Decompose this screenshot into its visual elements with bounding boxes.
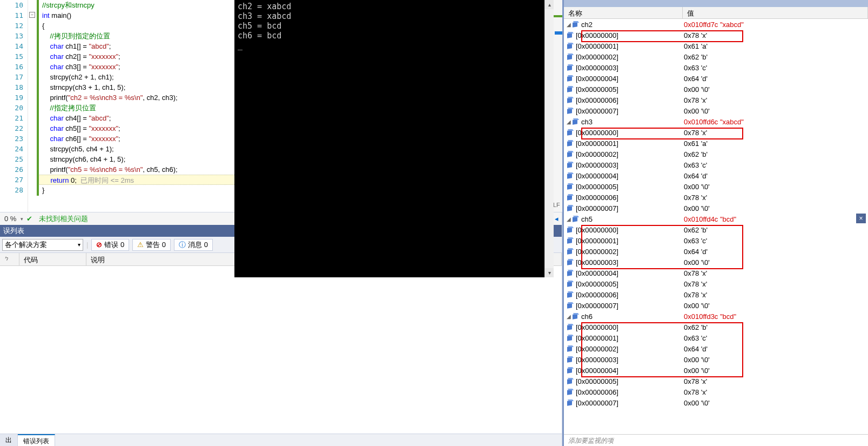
watch-value: 0x63 'c' (683, 334, 868, 342)
line-number: 23 (0, 134, 28, 144)
watch-name: [0x00000003] (576, 161, 618, 169)
watch-element-row[interactable]: [0x00000003]0x00 '\0' (564, 354, 868, 365)
line-number: 19 (0, 92, 28, 103)
fold-toggle-icon[interactable]: − (29, 12, 35, 18)
watch-header: 名称 值 (564, 7, 868, 19)
console-scrollbar[interactable]: ▴ ▾ (544, 0, 554, 277)
watch-name: [0x00000007] (576, 302, 618, 310)
watch-element-row[interactable]: [0x00000003]0x63 'c' (564, 62, 868, 73)
variable-icon (566, 97, 574, 103)
watch-element-row[interactable]: [0x00000007]0x00 '\0' (564, 300, 868, 311)
expand-icon[interactable]: ◢ (566, 119, 571, 125)
watch-element-row[interactable]: [0x00000002]0x64 'd' (564, 343, 868, 354)
error-list-body[interactable] (0, 266, 562, 434)
tab-error-list[interactable]: 错误列表 (18, 434, 55, 446)
watch-value: 0x64 'd' (683, 248, 868, 256)
expand-icon[interactable]: ◢ (566, 22, 571, 28)
watch-name: [0x00000007] (576, 107, 618, 115)
editor-scrollbar[interactable] (553, 0, 562, 212)
watch-element-row[interactable]: [0x00000004]0x78 'x' (564, 268, 868, 278)
fold-column[interactable]: − (28, 0, 37, 212)
watch-element-row[interactable]: [0x00000006]0x78 'x' (564, 289, 868, 300)
variable-icon (571, 313, 579, 319)
watch-value: 0x78 'x' (683, 377, 868, 385)
line-number: 15 (0, 51, 28, 62)
watch-element-row[interactable]: [0x00000001]0x61 'a' (564, 138, 868, 149)
watch-element-row[interactable]: [0x00000006]0x78 'x' (564, 387, 868, 397)
watch-element-row[interactable]: [0x00000006]0x78 'x' (564, 95, 868, 105)
watch-value: 0x010ffd6c "xabcd" (683, 118, 868, 126)
watch-titlebar[interactable] (564, 0, 868, 7)
col-value[interactable]: 值 (683, 7, 868, 18)
watch-variable-row[interactable]: ◢ch20x010ffd7c "xabcd" (564, 19, 868, 30)
watch-element-row[interactable]: [0x00000004]0x64 'd' (564, 170, 868, 181)
watch-element-row[interactable]: [0x00000005]0x78 'x' (564, 278, 868, 289)
messages-count: 消息 0 (188, 240, 208, 250)
watch-add-item[interactable]: 添加要监视的项 (564, 434, 868, 446)
watch-element-row[interactable]: [0x00000006]0x78 'x' (564, 192, 868, 203)
watch-variable-row[interactable]: ◢ch60x010ffd3c "bcd" (564, 311, 868, 322)
variable-icon (571, 216, 579, 222)
watch-element-row[interactable]: [0x00000001]0x61 'a' (564, 41, 868, 51)
watch-body[interactable]: ◢ch20x010ffd7c "xabcd"[0x00000000]0x78 '… (564, 19, 868, 408)
watch-element-row[interactable]: [0x00000002]0x64 'd' (564, 246, 868, 257)
expand-icon[interactable]: ◢ (566, 216, 571, 222)
line-number: 24 (0, 144, 28, 154)
zoom-level[interactable]: 0 % (0, 215, 21, 223)
watch-element-row[interactable]: [0x00000003]0x63 'c' (564, 159, 868, 170)
watch-element-row[interactable]: [0x00000004]0x00 '\0' (564, 365, 868, 376)
watch-element-row[interactable]: [0x00000000]0x62 'b' (564, 322, 868, 332)
errors-filter-button[interactable]: ⊘ 错误 0 (91, 239, 129, 251)
watch-element-row[interactable]: [0x00000007]0x00 '\0' (564, 397, 868, 408)
scope-label: 各个解决方案 (5, 240, 47, 250)
watch-element-row[interactable]: [0x00000000]0x62 'b' (564, 224, 868, 235)
watch-element-row[interactable]: [0x00000001]0x63 'c' (564, 332, 868, 343)
scroll-down-icon[interactable]: ▾ (545, 268, 554, 277)
watch-element-row[interactable]: [0x00000005]0x78 'x' (564, 376, 868, 387)
watch-name: [0x00000000] (576, 226, 618, 234)
variable-icon (566, 378, 574, 384)
watch-element-row[interactable]: [0x00000007]0x00 '\0' (564, 203, 868, 214)
watch-element-row[interactable]: [0x00000000]0x78 'x' (564, 127, 868, 138)
watch-element-row[interactable]: [0x00000003]0x00 '\0' (564, 257, 868, 268)
watch-name: ch5 (581, 215, 593, 223)
line-number: 16 (0, 62, 28, 72)
line-number: 22 (0, 123, 28, 134)
warnings-filter-button[interactable]: ⚠ 警告 0 (132, 239, 171, 251)
scroll-up-icon[interactable]: ▴ (545, 0, 554, 9)
watch-element-row[interactable]: [0x00000005]0x00 '\0' (564, 84, 868, 95)
close-icon[interactable]: × (856, 214, 866, 223)
watch-variable-row[interactable]: ◢ch50x010ffd4c "bcd" (564, 214, 868, 224)
watch-element-row[interactable]: [0x00000000]0x78 'x' (564, 30, 868, 41)
expand-icon[interactable]: ◢ (566, 314, 571, 319)
console-output[interactable]: ch2 = xabcd ch3 = xabcd ch5 = bcd ch6 = … (234, 0, 544, 277)
watch-value: 0x78 'x' (683, 280, 868, 288)
watch-name: [0x00000002] (576, 345, 618, 353)
line-number-gutter: 10111213141516171819202122232425262728 (0, 0, 28, 212)
messages-filter-button[interactable]: ⓘ 消息 0 (174, 239, 213, 251)
watch-value: 0x63 'c' (683, 64, 868, 72)
watch-element-row[interactable]: [0x00000004]0x64 'd' (564, 73, 868, 84)
line-number: 28 (0, 185, 28, 195)
variable-icon (566, 389, 574, 395)
watch-name: [0x00000000] (576, 129, 618, 137)
watch-name: [0x00000000] (576, 323, 618, 331)
watch-variable-row[interactable]: ◢ch30x010ffd6c "xabcd" (564, 116, 868, 127)
watch-element-row[interactable]: [0x00000002]0x62 'b' (564, 149, 868, 159)
col-name[interactable]: 名称 (564, 7, 683, 18)
scope-combo[interactable]: 各个解决方案 ▾ (2, 239, 83, 251)
dropdown-icon[interactable]: ▾ (21, 216, 26, 222)
watch-name: [0x00000006] (576, 194, 618, 202)
watch-element-row[interactable]: [0x00000002]0x62 'b' (564, 51, 868, 62)
col-code[interactable]: 代码 (19, 253, 86, 265)
variable-icon (566, 335, 574, 341)
watch-name: [0x00000004] (576, 75, 618, 83)
watch-element-row[interactable]: [0x00000005]0x00 '\0' (564, 181, 868, 192)
variable-icon (566, 248, 574, 255)
col-icon[interactable]: ㄅ (0, 253, 19, 265)
tab-output[interactable]: 出 (0, 434, 18, 446)
scroll-mark-icon (553, 15, 562, 17)
watch-element-row[interactable]: [0x00000001]0x63 'c' (564, 235, 868, 246)
line-number: 21 (0, 113, 28, 123)
watch-element-row[interactable]: [0x00000007]0x00 '\0' (564, 105, 868, 116)
